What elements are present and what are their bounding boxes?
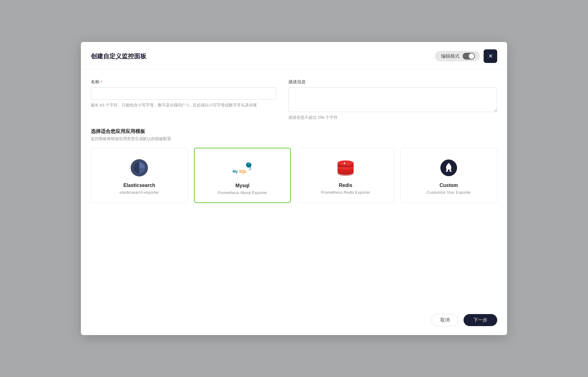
elasticsearch-name: Elasticsearch bbox=[123, 183, 155, 188]
name-field-group: 名称 * 最长 63 个字符，只能包含小写字母、数字及分隔符("-")，且必须以… bbox=[91, 79, 276, 121]
edit-mode-label: 编辑模式 bbox=[441, 53, 460, 59]
mysql-desc: Prometheus Mysql Exporter bbox=[218, 190, 267, 195]
desc-hint: 描述信息不超过 256 个字符 bbox=[288, 114, 497, 121]
desc-input[interactable] bbox=[288, 87, 497, 112]
next-button[interactable]: 下一步 bbox=[464, 314, 497, 326]
mysql-icon: My SQL bbox=[233, 158, 252, 178]
redis-icon: ✦ bbox=[336, 158, 355, 178]
required-indicator: * bbox=[101, 80, 102, 85]
svg-text:SQL: SQL bbox=[239, 169, 247, 174]
dialog-body: 名称 * 最长 63 个字符，只能包含小写字母、数字及分隔符("-")，且必须以… bbox=[81, 69, 507, 308]
name-label: 名称 * bbox=[91, 79, 276, 85]
dialog-header: 创建自定义监控面板 编辑模式 ✕ bbox=[81, 42, 507, 69]
toggle-knob bbox=[469, 53, 474, 59]
template-card-redis[interactable]: ✦ Redis Prometheus Redis Exporter bbox=[297, 148, 394, 203]
mysql-name: Mysql bbox=[235, 183, 249, 188]
custom-icon bbox=[439, 158, 459, 178]
close-button[interactable]: ✕ bbox=[484, 49, 497, 63]
toggle-switch bbox=[463, 53, 475, 60]
custom-desc: Customize Your Exporter bbox=[426, 190, 471, 195]
header-right: 编辑模式 ✕ bbox=[435, 49, 497, 63]
template-grid: Elasticsearch elasticsearch-exporter My … bbox=[91, 148, 497, 203]
svg-point-11 bbox=[448, 169, 450, 171]
template-card-custom[interactable]: Custom Customize Your Exporter bbox=[400, 148, 497, 203]
dialog-title: 创建自定义监控面板 bbox=[91, 52, 146, 60]
svg-point-3 bbox=[248, 164, 249, 164]
redis-desc: Prometheus Redis Exporter bbox=[321, 190, 370, 195]
svg-text:My: My bbox=[233, 169, 238, 174]
close-icon: ✕ bbox=[488, 53, 493, 60]
desc-field-group: 描述信息 描述信息不超过 256 个字符 bbox=[288, 79, 497, 121]
desc-label: 描述信息 bbox=[288, 79, 497, 85]
dialog-overlay: 创建自定义监控面板 编辑模式 ✕ 名称 bbox=[0, 0, 588, 377]
dialog: 创建自定义监控面板 编辑模式 ✕ 名称 bbox=[81, 42, 507, 335]
edit-mode-toggle[interactable]: 编辑模式 bbox=[435, 51, 480, 61]
name-input[interactable] bbox=[91, 87, 276, 100]
template-card-elasticsearch[interactable]: Elasticsearch elasticsearch-exporter bbox=[91, 148, 188, 203]
form-row-fields: 名称 * 最长 63 个字符，只能包含小写字母、数字及分隔符("-")，且必须以… bbox=[91, 79, 497, 121]
redis-name: Redis bbox=[339, 183, 352, 188]
custom-name: Custom bbox=[439, 183, 458, 188]
name-hint: 最长 63 个字符，只能包含小写字母、数字及分隔符("-")，且必须以小写字母或… bbox=[91, 102, 276, 109]
template-card-mysql[interactable]: My SQL Mysql Prometheus Mysql Exporter bbox=[194, 148, 291, 203]
section-title: 选择适合您应用应用模板 bbox=[91, 128, 497, 135]
section-subtitle: 监控面板将根据应用类型生成默认的面板配置 bbox=[91, 136, 497, 142]
elasticsearch-desc: elasticsearch-exporter bbox=[120, 190, 159, 195]
svg-text:✦: ✦ bbox=[343, 162, 346, 165]
elasticsearch-icon bbox=[129, 158, 149, 178]
cancel-button[interactable]: 取消 bbox=[431, 314, 459, 326]
svg-point-9 bbox=[338, 160, 354, 165]
template-section: 选择适合您应用应用模板 监控面板将根据应用类型生成默认的面板配置 bbox=[91, 128, 497, 203]
dialog-footer: 取消 下一步 bbox=[81, 308, 507, 335]
